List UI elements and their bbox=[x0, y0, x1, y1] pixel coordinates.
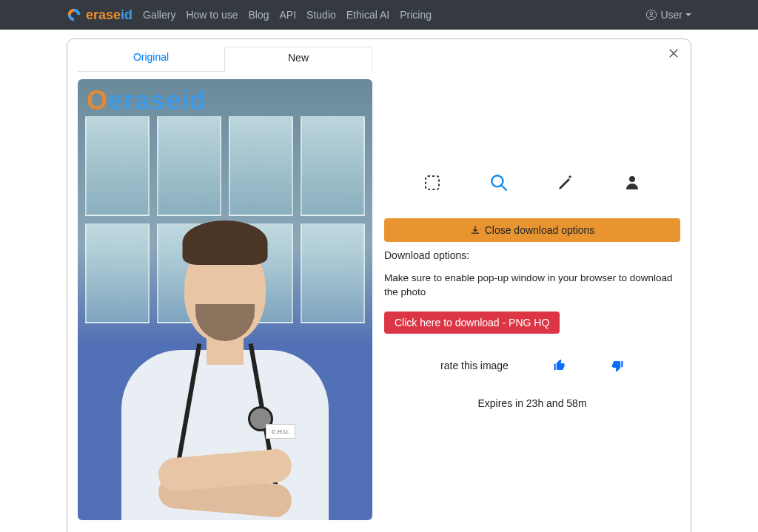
svg-point-1 bbox=[650, 12, 653, 15]
badge-tag: C.H.U. bbox=[266, 424, 295, 439]
nav-links: Gallery How to use Blog API Studio Ethic… bbox=[143, 9, 432, 21]
user-circle-icon bbox=[645, 9, 657, 21]
svg-rect-2 bbox=[426, 176, 439, 189]
tab-new[interactable]: New bbox=[224, 47, 372, 72]
brand[interactable]: eraseid bbox=[67, 7, 133, 23]
brand-text-blue: id bbox=[121, 7, 133, 22]
brand-logo-icon bbox=[67, 7, 81, 22]
person-tool[interactable] bbox=[622, 172, 643, 193]
image-modal: Original New Oeraseid C.H.U. bbox=[67, 38, 691, 532]
download-icon bbox=[470, 225, 480, 235]
download-png-hq-button[interactable]: Click here to download - PNG HQ bbox=[384, 312, 560, 334]
download-options-heading: Download options: bbox=[384, 249, 680, 261]
thumbs-down-icon[interactable] bbox=[611, 359, 624, 372]
magnifier-icon bbox=[489, 173, 509, 192]
user-menu[interactable]: User bbox=[645, 9, 691, 21]
nav-pricing[interactable]: Pricing bbox=[400, 9, 432, 21]
result-image: Oeraseid C.H.U. bbox=[78, 79, 372, 520]
edit-tool[interactable] bbox=[555, 172, 576, 193]
person-icon bbox=[623, 174, 641, 192]
thumbs-up-icon[interactable] bbox=[553, 359, 566, 372]
nav-api[interactable]: API bbox=[280, 9, 297, 21]
nav-how-to-use[interactable]: How to use bbox=[186, 9, 238, 21]
pencil-icon bbox=[557, 174, 574, 192]
selection-icon bbox=[423, 174, 441, 192]
watermark: Oeraseid bbox=[87, 85, 207, 116]
user-label: User bbox=[660, 9, 682, 21]
chevron-down-icon bbox=[685, 13, 691, 16]
close-download-options-button[interactable]: Close download options bbox=[384, 218, 680, 242]
rate-label: rate this image bbox=[440, 360, 509, 371]
nav-blog[interactable]: Blog bbox=[248, 9, 269, 21]
expires-label: Expires in 23h and 58m bbox=[384, 397, 680, 409]
tool-row bbox=[384, 172, 680, 193]
tab-original[interactable]: Original bbox=[78, 47, 224, 72]
navbar: eraseid Gallery How to use Blog API Stud… bbox=[0, 0, 758, 30]
svg-point-5 bbox=[629, 176, 635, 182]
rate-row: rate this image bbox=[384, 359, 680, 372]
brand-text-orange: erase bbox=[86, 7, 121, 22]
close-modal-button[interactable] bbox=[667, 47, 680, 60]
svg-line-4 bbox=[501, 185, 506, 190]
nav-studio[interactable]: Studio bbox=[306, 9, 336, 21]
close-icon bbox=[667, 47, 680, 60]
zoom-tool[interactable] bbox=[489, 172, 509, 193]
tabs: Original New bbox=[78, 47, 372, 72]
nav-gallery[interactable]: Gallery bbox=[143, 9, 175, 21]
close-download-label: Close download options bbox=[485, 224, 595, 236]
crop-tool[interactable] bbox=[422, 172, 443, 193]
nav-ethical-ai[interactable]: Ethical AI bbox=[346, 9, 389, 21]
download-tip: Make sure to enable pop-up window in you… bbox=[384, 272, 680, 300]
